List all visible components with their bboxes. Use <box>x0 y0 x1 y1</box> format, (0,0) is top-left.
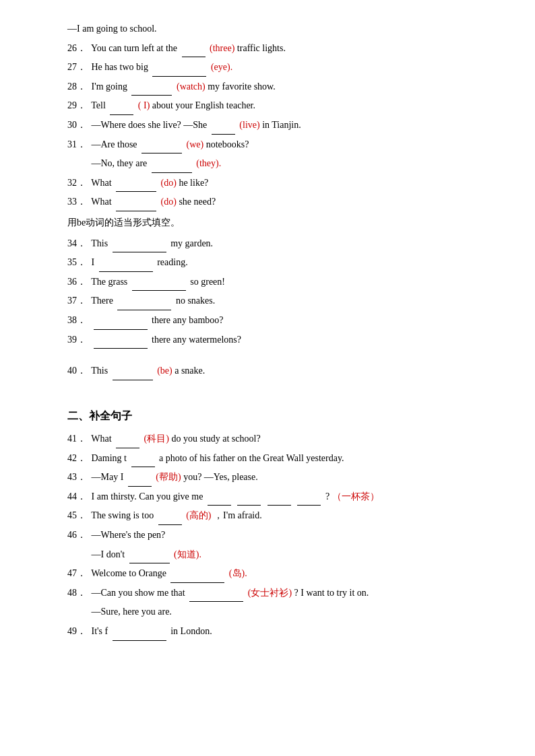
q39-line: 39． there any watermelons? <box>67 331 495 349</box>
q33-hint: (do) <box>161 197 177 207</box>
q48-before: —Can you show me that <box>92 588 185 598</box>
spacer1 <box>67 350 495 362</box>
page-content: —I am going to school. 26． You can turn … <box>67 20 495 641</box>
q38-line: 38． there any bamboo? <box>67 312 495 330</box>
q44-blank4 <box>297 505 321 506</box>
q42-line: 42． Daming t a photo of his father on th… <box>67 450 495 468</box>
q46b-before: —I don't <box>92 549 125 559</box>
q45-after: ，I'm afraid. <box>214 510 262 520</box>
q28-before: I'm going <box>92 81 127 92</box>
q26-line: 26． You can turn left at the (three) tra… <box>67 40 495 58</box>
q49-line: 49． It's f in London. <box>67 623 495 641</box>
q26-blank <box>182 57 206 57</box>
q49-after: in London. <box>170 626 212 636</box>
q44-num: 44． <box>67 488 86 506</box>
q40-hint: (be) <box>157 366 172 376</box>
spacer2 <box>67 382 495 394</box>
q43-before: —May I <box>92 472 124 482</box>
q48-line: 48． —Can you show me that (女士衬衫) ? I wan… <box>67 584 495 603</box>
q26-num: 26． <box>67 40 86 58</box>
q35-blank <box>99 271 153 272</box>
q33-line: 33． What (do) she need? <box>67 193 495 211</box>
q38-num: 38． <box>67 312 86 330</box>
q47-hint: (岛). <box>229 568 247 578</box>
q31a-before: —Are those <box>92 139 137 149</box>
q33-blank <box>116 211 156 211</box>
q26-after: traffic lights. <box>237 43 286 53</box>
q32-hint: (do) <box>161 178 177 188</box>
q46-line: 46． —Where's the pen? <box>67 526 495 545</box>
q31a-hint: (we) <box>187 139 204 149</box>
q30-line: 30． —Where does she live? —She (live) in… <box>67 116 495 135</box>
intro-text: —I am going to school. <box>67 24 157 34</box>
q42-num: 42． <box>67 450 86 468</box>
q34-after: my garden. <box>170 238 213 248</box>
q40-blank <box>113 380 153 380</box>
q46b-blank <box>129 563 170 563</box>
q31a-blank <box>141 153 182 153</box>
q41-line: 41． What (科目) do you study at school? <box>67 430 495 448</box>
q44-blank1 <box>208 505 231 506</box>
q44-before: I am thirsty. Can you give me <box>92 491 203 502</box>
q37-after: no snakes. <box>176 296 215 306</box>
q31a-line: 31． —Are those (we) notebooks? <box>67 136 495 154</box>
q33-num: 33． <box>67 193 86 211</box>
q28-hint: (watch) <box>177 81 206 92</box>
q32-before: What <box>91 178 111 188</box>
q41-before: What <box>91 434 111 444</box>
q44-hint: （一杯茶） <box>332 491 379 502</box>
q37-line: 37． There no snakes. <box>67 292 495 310</box>
instruction-line: 用be动词的适当形式填空。 <box>67 214 495 232</box>
q43-num: 43． <box>67 469 86 487</box>
q26-before: You can turn left at the <box>91 43 177 53</box>
q41-blank <box>116 448 139 448</box>
q46-num: 46． <box>67 526 86 545</box>
q30-after: in Tianjin. <box>262 120 301 130</box>
q37-num: 37． <box>67 292 86 310</box>
q31b-blank <box>152 172 192 173</box>
q43-after: you? —Yes, please. <box>183 472 258 482</box>
q46b-line: —I don't (知道). <box>67 546 495 564</box>
q45-num: 45． <box>67 507 86 525</box>
q34-line: 34． This my garden. <box>67 235 495 253</box>
q36-blank <box>132 290 186 291</box>
q45-blank <box>158 524 182 525</box>
q47-num: 47． <box>67 565 86 583</box>
q36-after: so green! <box>190 277 225 287</box>
q49-blank <box>113 640 166 641</box>
q38-after: there any bamboo? <box>152 315 224 325</box>
q47-blank <box>170 582 224 583</box>
q34-before: This <box>91 238 108 248</box>
q41-hint: (科目) <box>144 434 169 444</box>
q43-hint: (帮助) <box>156 472 181 482</box>
q32-after: he like? <box>179 178 208 188</box>
q34-blank <box>113 252 166 252</box>
q47-line: 47． Welcome to Orange (岛). <box>67 565 495 583</box>
q29-num: 29． <box>67 97 86 115</box>
section2-title: 二、补全句子 <box>67 406 495 426</box>
q48b-line: —Sure, here you are. <box>67 603 495 621</box>
q39-blank <box>94 348 148 349</box>
q28-after: my favorite show. <box>208 81 276 92</box>
q27-hint: (eye). <box>211 62 232 72</box>
q42-blank <box>131 467 155 467</box>
q40-line: 40． This (be) a snake. <box>67 362 495 380</box>
q42-before: Daming t <box>92 453 127 463</box>
q41-after: do you study at school? <box>171 434 260 444</box>
q37-before: There <box>91 296 113 306</box>
q34-num: 34． <box>67 235 86 253</box>
q44-blank2 <box>237 505 261 506</box>
q44-line: 44． I am thirsty. Can you give me ? （一杯茶… <box>67 488 495 506</box>
q37-blank <box>117 310 171 310</box>
q45-line: 45． The swing is too (高的) ，I'm afraid. <box>67 507 495 525</box>
q44-after: ? <box>325 491 329 502</box>
q35-before: I <box>92 257 95 267</box>
q40-after: a snake. <box>175 366 205 376</box>
q29-blank <box>110 114 133 115</box>
q29-hint: ( I) <box>138 100 150 110</box>
q48b-before: —Sure, here you are. <box>92 607 172 617</box>
q47-before: Welcome to Orange <box>91 568 166 578</box>
q46b-hint: (知道). <box>174 549 201 559</box>
q30-before: —Where does she live? —She <box>92 120 208 130</box>
q30-hint: (live) <box>239 120 259 130</box>
